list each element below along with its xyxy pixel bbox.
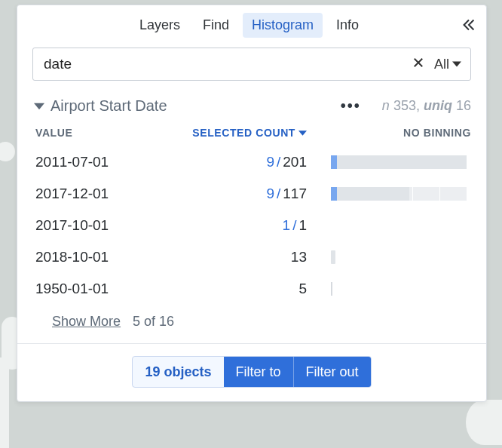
row-bar: [307, 155, 471, 169]
histogram-row[interactable]: 2017-12-019/117: [35, 178, 471, 210]
caret-down-icon: [452, 60, 461, 69]
row-bar: [307, 187, 471, 201]
filter-to-button[interactable]: Filter to: [224, 357, 293, 387]
col-header-binning[interactable]: NO BINNING: [307, 127, 471, 139]
property-header: Airport Start Date ••• n 353, uniq 16: [17, 93, 486, 122]
clear-search-button[interactable]: [404, 53, 433, 76]
histogram-row[interactable]: 2018-10-0113: [35, 241, 471, 273]
row-value: 2017-10-01: [35, 217, 164, 234]
show-more-link[interactable]: Show More: [52, 314, 121, 330]
collapse-property-button[interactable]: [34, 101, 44, 112]
chevrons-left-icon: [461, 17, 477, 33]
object-count-button[interactable]: 19 objects: [133, 357, 223, 387]
histogram-row[interactable]: 2017-10-011/1: [35, 210, 471, 241]
rows-container: 2011-07-019/2012017-12-019/1172017-10-01…: [17, 146, 486, 308]
row-bar: [307, 282, 471, 296]
row-value: 1950-01-01: [35, 281, 164, 297]
collapse-panel-button[interactable]: [458, 14, 480, 36]
tab-info[interactable]: Info: [327, 13, 368, 38]
row-bar: [307, 250, 471, 264]
row-value: 2018-10-01: [35, 249, 164, 265]
tab-row: Layers Find Histogram Info: [17, 5, 486, 44]
row-count: 13: [164, 249, 307, 265]
row-value: 2017-12-01: [35, 186, 164, 202]
property-stats: n 353, uniq 16: [382, 98, 471, 114]
show-more-row: Show More 5 of 16: [17, 308, 486, 343]
histogram-row[interactable]: 1950-01-015: [35, 273, 471, 305]
property-menu-button[interactable]: •••: [336, 97, 366, 115]
row-value: 2011-07-01: [35, 154, 164, 170]
scope-label: All: [434, 57, 449, 72]
footer: 19 objects Filter to Filter out: [17, 343, 486, 401]
histogram-panel: Layers Find Histogram Info All Airport S…: [17, 5, 487, 402]
show-more-count: 5 of 16: [133, 314, 174, 330]
search-input[interactable]: [44, 56, 404, 72]
scope-dropdown[interactable]: All: [433, 54, 463, 75]
col-header-selected-count[interactable]: SELECTED COUNT: [164, 127, 307, 139]
row-count: 9/201: [164, 154, 307, 170]
filter-out-button[interactable]: Filter out: [293, 357, 371, 387]
search-area: All: [17, 44, 486, 93]
row-count: 1/1: [164, 217, 307, 234]
col-header-value[interactable]: VALUE: [35, 127, 164, 139]
tab-layers[interactable]: Layers: [130, 13, 189, 38]
selection-action-group: 19 objects Filter to Filter out: [132, 356, 371, 388]
sort-desc-icon: [298, 129, 307, 137]
caret-down-icon: [34, 101, 44, 112]
tab-find[interactable]: Find: [194, 13, 238, 38]
histogram-row[interactable]: 2011-07-019/201: [35, 146, 471, 178]
row-count: 5: [164, 281, 307, 297]
search-box: All: [32, 48, 471, 81]
property-name: Airport Start Date: [51, 97, 167, 115]
row-count: 9/117: [164, 186, 307, 202]
tab-histogram[interactable]: Histogram: [243, 13, 323, 38]
close-icon: [412, 56, 425, 69]
column-headers: VALUE SELECTED COUNT NO BINNING: [17, 122, 486, 146]
